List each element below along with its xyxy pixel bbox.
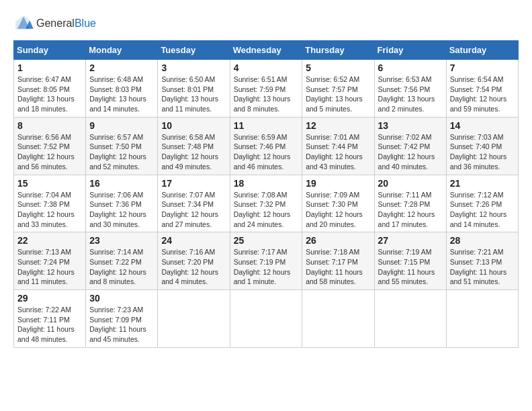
daylight-text: Daylight: 13 hours and 18 minutes. <box>17 95 75 113</box>
sunset-text: Sunset: 7:54 PM <box>450 85 502 93</box>
sunset-text: Sunset: 7:13 PM <box>450 258 502 266</box>
daylight-text: Daylight: 12 hours and 20 minutes. <box>306 210 363 228</box>
calendar-day-22: 22Sunrise: 7:13 AMSunset: 7:24 PMDayligh… <box>14 232 86 290</box>
day-info: Sunrise: 7:16 AMSunset: 7:20 PMDaylight:… <box>161 247 226 287</box>
daylight-text: Daylight: 13 hours and 11 minutes. <box>161 95 218 113</box>
sunset-text: Sunset: 8:01 PM <box>161 85 214 93</box>
daylight-text: Daylight: 13 hours and 2 minutes. <box>378 95 435 113</box>
sunrise-text: Sunrise: 6:50 AM <box>161 75 215 83</box>
daylight-text: Daylight: 12 hours and 33 minutes. <box>17 210 75 228</box>
sunrise-text: Sunrise: 7:04 AM <box>17 191 71 199</box>
day-info: Sunrise: 7:13 AMSunset: 7:24 PMDaylight:… <box>17 247 82 287</box>
day-info: Sunrise: 7:03 AMSunset: 7:40 PMDaylight:… <box>450 132 515 172</box>
day-info: Sunrise: 7:09 AMSunset: 7:30 PMDaylight:… <box>306 190 370 230</box>
day-info: Sunrise: 6:51 AMSunset: 7:59 PMDaylight:… <box>234 75 299 114</box>
day-number: 1 <box>17 62 82 73</box>
sunrise-text: Sunrise: 7:03 AM <box>450 133 504 141</box>
sunset-text: Sunset: 7:52 PM <box>17 142 70 150</box>
calendar-day-5: 5Sunrise: 6:52 AMSunset: 7:57 PMDaylight… <box>302 60 374 118</box>
calendar-day-30: 30Sunrise: 7:23 AMSunset: 7:09 PMDayligh… <box>86 290 158 348</box>
day-number: 30 <box>89 293 154 304</box>
day-info: Sunrise: 7:14 AMSunset: 7:22 PMDaylight:… <box>89 247 154 287</box>
day-number: 25 <box>234 235 299 246</box>
day-info: Sunrise: 7:01 AMSunset: 7:44 PMDaylight:… <box>306 132 370 172</box>
day-number: 3 <box>161 62 226 73</box>
sunrise-text: Sunrise: 7:22 AM <box>17 306 71 314</box>
day-number: 11 <box>234 120 299 131</box>
calendar-day-10: 10Sunrise: 6:58 AMSunset: 7:48 PMDayligh… <box>158 117 230 175</box>
sunrise-text: Sunrise: 7:19 AM <box>378 248 432 256</box>
calendar-day-21: 21Sunrise: 7:12 AMSunset: 7:26 PMDayligh… <box>446 175 518 232</box>
sunset-text: Sunset: 7:32 PM <box>234 200 286 208</box>
day-info: Sunrise: 6:48 AMSunset: 8:03 PMDaylight:… <box>89 75 154 114</box>
calendar-table: SundayMondayTuesdayWednesdayThursdayFrid… <box>13 40 519 348</box>
calendar-empty-cell <box>158 290 230 348</box>
calendar-day-27: 27Sunrise: 7:19 AMSunset: 7:15 PMDayligh… <box>374 232 446 290</box>
daylight-text: Daylight: 11 hours and 45 minutes. <box>89 325 146 343</box>
day-number: 12 <box>306 120 370 131</box>
column-header-thursday: Thursday <box>302 41 374 60</box>
sunset-text: Sunset: 7:46 PM <box>234 142 286 150</box>
day-info: Sunrise: 7:21 AMSunset: 7:13 PMDaylight:… <box>450 247 515 287</box>
daylight-text: Daylight: 12 hours and 59 minutes. <box>450 95 507 113</box>
day-info: Sunrise: 6:56 AMSunset: 7:52 PMDaylight:… <box>17 132 82 172</box>
daylight-text: Daylight: 12 hours and 49 minutes. <box>161 152 218 171</box>
daylight-text: Daylight: 12 hours and 40 minutes. <box>378 152 435 171</box>
sunset-text: Sunset: 7:28 PM <box>378 200 431 208</box>
sunset-text: Sunset: 7:22 PM <box>89 258 142 266</box>
calendar-week-row: 22Sunrise: 7:13 AMSunset: 7:24 PMDayligh… <box>14 232 519 290</box>
sunset-text: Sunset: 8:03 PM <box>89 85 142 93</box>
sunrise-text: Sunrise: 6:48 AM <box>89 75 143 83</box>
day-info: Sunrise: 6:59 AMSunset: 7:46 PMDaylight:… <box>234 132 299 172</box>
day-info: Sunrise: 6:53 AMSunset: 7:56 PMDaylight:… <box>378 75 443 114</box>
sunrise-text: Sunrise: 6:59 AM <box>234 133 287 141</box>
daylight-text: Daylight: 12 hours and 56 minutes. <box>17 152 75 171</box>
sunset-text: Sunset: 7:11 PM <box>17 316 70 324</box>
daylight-text: Daylight: 12 hours and 27 minutes. <box>161 210 218 228</box>
daylight-text: Daylight: 12 hours and 30 minutes. <box>89 210 146 228</box>
day-info: Sunrise: 7:06 AMSunset: 7:36 PMDaylight:… <box>89 190 154 230</box>
column-header-wednesday: Wednesday <box>230 41 302 60</box>
day-info: Sunrise: 6:47 AMSunset: 8:05 PMDaylight:… <box>17 75 82 114</box>
sunrise-text: Sunrise: 7:21 AM <box>450 248 504 256</box>
sunrise-text: Sunrise: 6:56 AM <box>17 133 71 141</box>
day-number: 23 <box>89 235 154 246</box>
calendar-day-23: 23Sunrise: 7:14 AMSunset: 7:22 PMDayligh… <box>86 232 158 290</box>
sunrise-text: Sunrise: 7:13 AM <box>17 248 71 256</box>
logo-general: General <box>36 17 75 29</box>
day-info: Sunrise: 7:12 AMSunset: 7:26 PMDaylight:… <box>450 190 515 230</box>
sunrise-text: Sunrise: 7:11 AM <box>378 191 432 199</box>
daylight-text: Daylight: 11 hours and 58 minutes. <box>306 268 363 286</box>
calendar-day-28: 28Sunrise: 7:21 AMSunset: 7:13 PMDayligh… <box>446 232 518 290</box>
day-number: 13 <box>378 120 443 131</box>
column-header-monday: Monday <box>86 41 158 60</box>
day-number: 19 <box>306 178 370 189</box>
day-number: 7 <box>450 62 515 73</box>
column-header-saturday: Saturday <box>446 41 518 60</box>
sunrise-text: Sunrise: 7:06 AM <box>89 191 143 199</box>
sunset-text: Sunset: 7:24 PM <box>17 258 70 266</box>
page-header: GeneralBlue <box>13 13 519 34</box>
sunrise-text: Sunrise: 7:09 AM <box>306 191 359 199</box>
calendar-day-14: 14Sunrise: 7:03 AMSunset: 7:40 PMDayligh… <box>446 117 518 175</box>
daylight-text: Daylight: 12 hours and 46 minutes. <box>234 152 291 171</box>
day-info: Sunrise: 7:17 AMSunset: 7:19 PMDaylight:… <box>234 247 299 287</box>
calendar-day-9: 9Sunrise: 6:57 AMSunset: 7:50 PMDaylight… <box>86 117 158 175</box>
day-number: 5 <box>306 62 370 73</box>
calendar-week-row: 29Sunrise: 7:22 AMSunset: 7:11 PMDayligh… <box>14 290 519 348</box>
day-number: 8 <box>17 120 82 131</box>
daylight-text: Daylight: 12 hours and 14 minutes. <box>450 210 507 228</box>
calendar-day-19: 19Sunrise: 7:09 AMSunset: 7:30 PMDayligh… <box>302 175 374 232</box>
calendar-day-17: 17Sunrise: 7:07 AMSunset: 7:34 PMDayligh… <box>158 175 230 232</box>
sunset-text: Sunset: 7:48 PM <box>161 142 214 150</box>
sunset-text: Sunset: 7:42 PM <box>378 142 431 150</box>
calendar-day-20: 20Sunrise: 7:11 AMSunset: 7:28 PMDayligh… <box>374 175 446 232</box>
calendar-day-26: 26Sunrise: 7:18 AMSunset: 7:17 PMDayligh… <box>302 232 374 290</box>
day-number: 4 <box>234 62 299 73</box>
sunrise-text: Sunrise: 7:12 AM <box>450 191 504 199</box>
sunrise-text: Sunrise: 7:18 AM <box>306 248 359 256</box>
day-number: 21 <box>450 178 515 189</box>
sunset-text: Sunset: 7:50 PM <box>89 142 142 150</box>
day-number: 29 <box>17 293 82 304</box>
calendar-empty-cell <box>230 290 302 348</box>
